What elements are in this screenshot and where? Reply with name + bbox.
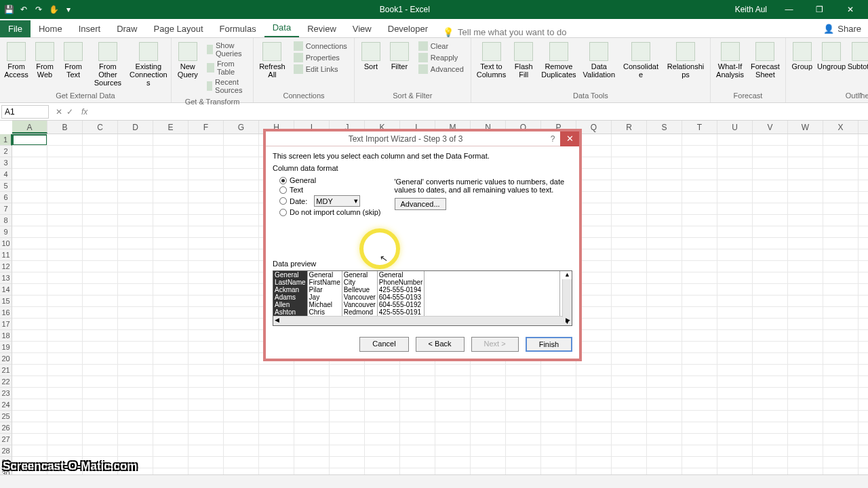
- ribbon-forecast-sheet[interactable]: Forecast Sheet: [748, 39, 783, 81]
- ribbon-show-queries[interactable]: Show Queries: [204, 41, 249, 58]
- row-header[interactable]: 10: [0, 238, 12, 249]
- preview-cell[interactable]: Ackman: [273, 286, 307, 293]
- row-header[interactable]: 17: [0, 319, 12, 330]
- col-header-V[interactable]: V: [753, 121, 788, 134]
- preview-cell[interactable]: Vancouver: [342, 301, 377, 308]
- preview-cell[interactable]: Jay: [307, 293, 342, 301]
- row-header[interactable]: 25: [0, 411, 12, 422]
- col-header-X[interactable]: X: [823, 121, 859, 134]
- tab-data[interactable]: Data: [264, 19, 299, 37]
- preview-scrollbar-v[interactable]: [562, 279, 572, 317]
- ribbon-clear[interactable]: Clear: [416, 41, 467, 52]
- radio-general[interactable]: General: [279, 176, 381, 184]
- tab-page-layout[interactable]: Page Layout: [146, 20, 212, 37]
- row-header[interactable]: 22: [0, 376, 12, 388]
- row-header[interactable]: 28: [0, 445, 12, 457]
- preview-cell[interactable]: Redmond: [342, 308, 377, 316]
- ribbon-advanced[interactable]: Advanced: [416, 64, 467, 75]
- minimize-button[interactable]: —: [774, 0, 804, 19]
- ribbon-remove-duplicates[interactable]: Remove Duplicates: [538, 39, 578, 81]
- ribbon-text-to-columns[interactable]: Text to Columns: [474, 39, 509, 81]
- preview-cell[interactable]: FirstName: [307, 279, 342, 286]
- tab-file[interactable]: File: [0, 20, 31, 37]
- ribbon-flash-fill[interactable]: Flash Fill: [510, 39, 537, 81]
- dialog-close-button[interactable]: ✕: [560, 131, 579, 146]
- col-header-E[interactable]: E: [153, 121, 189, 134]
- tab-home[interactable]: Home: [31, 20, 71, 37]
- ribbon-ungroup[interactable]: Ungroup: [817, 39, 846, 73]
- row-header[interactable]: 3: [0, 157, 12, 169]
- preview-col-header[interactable]: General: [273, 271, 307, 279]
- row-header[interactable]: 26: [0, 422, 12, 434]
- row-header[interactable]: 18: [0, 330, 12, 342]
- cancel-button[interactable]: Cancel: [359, 337, 408, 352]
- preview-cell[interactable]: LastName: [273, 279, 307, 286]
- name-box[interactable]: A1: [1, 105, 49, 119]
- row-header[interactable]: 16: [0, 307, 12, 319]
- ribbon-what-if-analysis[interactable]: What-If Analysis: [713, 39, 747, 81]
- tab-insert[interactable]: Insert: [71, 20, 109, 37]
- preview-cell[interactable]: Ashton: [273, 308, 307, 316]
- ribbon-from-other-sources[interactable]: From Other Sources: [88, 39, 127, 89]
- ribbon-group[interactable]: Group: [789, 39, 816, 73]
- tab-developer[interactable]: Developer: [380, 20, 436, 37]
- ribbon-from-table[interactable]: From Table: [204, 59, 249, 77]
- col-header-S[interactable]: S: [647, 121, 682, 134]
- close-button[interactable]: ✕: [835, 0, 865, 19]
- user-name[interactable]: Keith Aul: [735, 5, 767, 14]
- row-header[interactable]: 6: [0, 192, 12, 203]
- preview-cell[interactable]: Vancouver: [342, 293, 377, 301]
- row-header[interactable]: 11: [0, 249, 12, 261]
- radio-text[interactable]: Text: [279, 186, 381, 194]
- ribbon-reapply[interactable]: Reapply: [416, 52, 467, 63]
- row-header[interactable]: 21: [0, 365, 12, 376]
- col-header-W[interactable]: W: [788, 121, 823, 134]
- row-header[interactable]: 1: [0, 134, 12, 146]
- ribbon-connections[interactable]: Connections: [291, 41, 350, 52]
- save-icon[interactable]: 💾: [3, 3, 15, 16]
- ribbon-filter[interactable]: Filter: [386, 39, 413, 73]
- preview-cell[interactable]: Chris: [307, 308, 342, 316]
- finish-button[interactable]: Finish: [526, 337, 572, 352]
- preview-col-header[interactable]: General: [342, 271, 377, 279]
- col-header-B[interactable]: B: [47, 121, 83, 134]
- touch-mode-icon[interactable]: ✋: [47, 3, 60, 16]
- redo-icon[interactable]: ↷: [33, 3, 45, 16]
- row-header[interactable]: 15: [0, 296, 12, 307]
- preview-cell[interactable]: Michael: [307, 301, 342, 308]
- col-header-R[interactable]: R: [612, 121, 647, 134]
- ribbon-from-access[interactable]: From Access: [3, 39, 30, 81]
- row-header[interactable]: 14: [0, 284, 12, 296]
- col-header-A[interactable]: A: [12, 121, 47, 134]
- preview-table[interactable]: GeneralGeneralGeneralGeneralLastNameFirs…: [273, 271, 560, 316]
- col-header-C[interactable]: C: [83, 121, 118, 134]
- preview-col-header[interactable]: General: [307, 271, 342, 279]
- col-header-G[interactable]: G: [224, 121, 259, 134]
- ribbon-from-web[interactable]: From Web: [31, 39, 58, 81]
- ribbon-subtotal[interactable]: Subtotal: [847, 39, 868, 73]
- tab-review[interactable]: Review: [299, 20, 344, 37]
- tell-me[interactable]: 💡 Tell me what you want to do: [443, 27, 566, 37]
- preview-cell[interactable]: Bellevue: [342, 286, 377, 293]
- row-header[interactable]: 8: [0, 215, 12, 226]
- ribbon-properties[interactable]: Properties: [291, 52, 350, 63]
- ribbon-recent-sources[interactable]: Recent Sources: [204, 77, 249, 95]
- preview-cell[interactable]: 425-555-0191: [377, 308, 424, 316]
- ribbon-refresh-all[interactable]: Refresh All: [256, 39, 288, 81]
- ribbon-existing-connections[interactable]: Existing Connections: [129, 39, 168, 89]
- collapse-ribbon-icon[interactable]: ⌃: [858, 92, 864, 100]
- back-button[interactable]: < Back: [416, 337, 465, 352]
- radio-date[interactable]: Date: MDY ▾: [279, 195, 381, 207]
- col-header-T[interactable]: T: [682, 121, 717, 134]
- row-header[interactable]: 9: [0, 226, 12, 238]
- row-header[interactable]: 13: [0, 272, 12, 284]
- share-button[interactable]: 👤 Share: [816, 20, 868, 37]
- ribbon-from-text[interactable]: From Text: [60, 39, 87, 81]
- row-header[interactable]: 20: [0, 353, 12, 365]
- row-header[interactable]: 2: [0, 146, 12, 157]
- col-header-F[interactable]: F: [189, 121, 224, 134]
- date-format-select[interactable]: MDY ▾: [314, 195, 360, 207]
- col-header-D[interactable]: D: [118, 121, 153, 134]
- row-header[interactable]: 24: [0, 399, 12, 411]
- ribbon-edit-links[interactable]: Edit Links: [291, 64, 350, 75]
